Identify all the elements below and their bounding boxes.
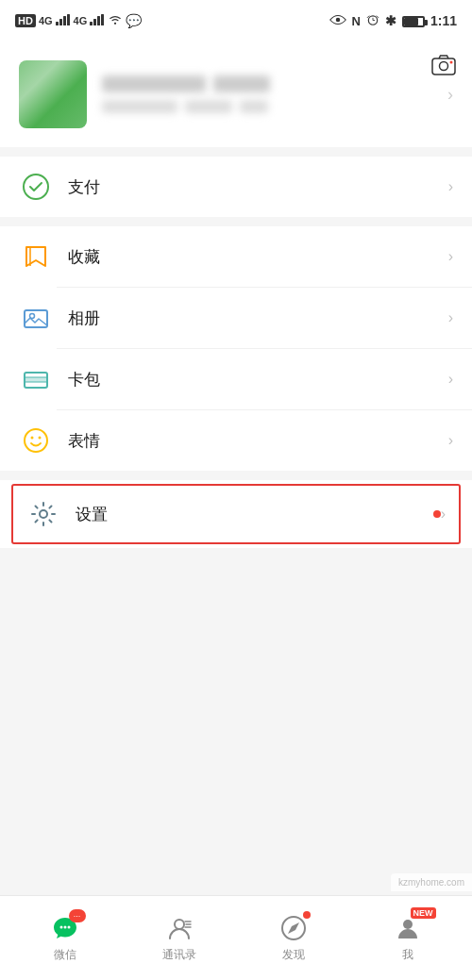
pay-chevron: › — [448, 178, 453, 195]
wifi-icon — [108, 14, 123, 28]
wechat-nav-icon: ··· — [50, 913, 80, 943]
bottom-nav: ··· 微信 通讯录 发现 — [0, 895, 472, 980]
card-label: 卡包 — [68, 369, 448, 390]
section-divider-3 — [0, 471, 472, 480]
settings-label: 设置 — [76, 504, 428, 525]
status-bar: HD 4G 4G — [0, 0, 472, 42]
section-divider-1 — [0, 147, 472, 157]
settings-icon — [26, 497, 60, 531]
profile-avatar — [19, 60, 87, 128]
svg-rect-4 — [90, 22, 93, 25]
svg-point-22 — [31, 437, 34, 440]
discover-nav-label: 发现 — [282, 947, 305, 963]
svg-rect-11 — [432, 58, 455, 75]
settings-notification-dot — [433, 510, 441, 518]
svg-point-28 — [175, 920, 184, 929]
card-icon — [19, 362, 53, 396]
svg-rect-15 — [25, 310, 47, 327]
status-right: N ✱ 1:11 — [329, 13, 457, 29]
svg-rect-0 — [56, 22, 59, 25]
card-chevron: › — [448, 371, 453, 388]
signal-bars-2 — [90, 14, 105, 28]
profile-name-blur2 — [213, 75, 270, 92]
wechat-nav-label: 微信 — [54, 947, 76, 963]
profile-sub-blur3 — [240, 100, 268, 113]
album-icon — [19, 301, 53, 335]
alarm-icon — [366, 13, 379, 29]
emoji-chevron: › — [448, 432, 453, 449]
battery-icon — [402, 14, 425, 28]
svg-point-8 — [114, 22, 116, 24]
svg-rect-7 — [101, 14, 104, 25]
profile-section[interactable]: › — [0, 42, 472, 147]
svg-point-13 — [450, 61, 453, 64]
menu-item-card[interactable]: 卡包 › — [0, 349, 472, 409]
collect-chevron: › — [448, 248, 453, 265]
discover-nav-icon — [278, 913, 309, 943]
nav-item-contacts[interactable]: 通讯录 — [122, 913, 236, 963]
time-display: 1:11 — [430, 13, 457, 28]
svg-rect-2 — [63, 16, 66, 25]
menu-item-pay[interactable]: 支付 › — [0, 157, 472, 217]
me-new-badge: NEW — [411, 907, 436, 919]
camera-button[interactable] — [430, 51, 457, 81]
menu-section-main: 收藏 › 相册 › 卡包 › — [0, 226, 472, 471]
watermark: kzmyhome.com — [391, 873, 472, 891]
svg-point-23 — [39, 437, 42, 440]
message-icon: 💬 — [126, 13, 142, 28]
nav-item-me[interactable]: NEW 我 — [350, 913, 464, 963]
eye-status-icon — [329, 14, 346, 28]
signal-4g-1: 4G — [39, 15, 53, 26]
me-nav-label: 我 — [402, 947, 413, 963]
pay-label: 支付 — [68, 176, 448, 198]
svg-point-9 — [335, 17, 340, 22]
menu-item-emoji[interactable]: 表情 › — [0, 410, 472, 471]
discover-dot — [303, 911, 311, 919]
svg-rect-1 — [59, 19, 62, 25]
album-label: 相册 — [68, 307, 448, 329]
svg-point-21 — [25, 429, 47, 452]
menu-item-album[interactable]: 相册 › — [0, 288, 472, 348]
avatar-image — [19, 60, 87, 128]
menu-item-collect[interactable]: 收藏 › — [0, 226, 472, 287]
pay-icon — [19, 170, 53, 204]
signal-bars-1 — [56, 14, 71, 28]
svg-rect-3 — [67, 14, 70, 25]
svg-point-25 — [59, 926, 62, 929]
status-left: HD 4G 4G — [15, 13, 142, 28]
profile-name-blur — [102, 75, 206, 92]
svg-rect-6 — [97, 16, 100, 25]
bluetooth-icon: ✱ — [385, 13, 396, 28]
emoji-label: 表情 — [68, 430, 448, 452]
section-divider-4 — [0, 548, 472, 737]
contacts-nav-label: 通讯录 — [162, 947, 196, 963]
svg-point-14 — [24, 174, 48, 199]
menu-section-pay: 支付 › — [0, 157, 472, 217]
contacts-nav-icon — [164, 913, 194, 943]
signal-4g-2: 4G — [74, 15, 88, 26]
menu-item-settings[interactable]: 设置 › — [11, 484, 461, 544]
section-divider-2 — [0, 217, 472, 226]
me-nav-icon: NEW — [393, 913, 423, 943]
profile-sub-blur2 — [185, 100, 232, 113]
svg-rect-5 — [93, 19, 96, 25]
nav-item-wechat[interactable]: ··· 微信 — [8, 913, 122, 963]
profile-sub-blur1 — [102, 100, 177, 113]
profile-sub-row — [102, 100, 432, 113]
profile-chevron: › — [447, 85, 453, 105]
profile-name-row — [102, 75, 432, 92]
svg-point-12 — [440, 62, 448, 71]
wechat-badge: ··· — [69, 909, 86, 922]
nav-item-discover[interactable]: 发现 — [236, 913, 350, 963]
network-type: HD — [15, 14, 36, 27]
profile-info — [102, 75, 432, 113]
svg-point-33 — [403, 920, 413, 929]
nfc-icon: N — [352, 14, 361, 28]
svg-point-27 — [67, 926, 70, 929]
collect-label: 收藏 — [68, 246, 448, 268]
svg-point-24 — [40, 510, 47, 518]
svg-rect-18 — [25, 377, 47, 382]
collect-icon — [19, 240, 53, 274]
emoji-icon — [19, 424, 53, 457]
settings-chevron: › — [441, 506, 446, 523]
